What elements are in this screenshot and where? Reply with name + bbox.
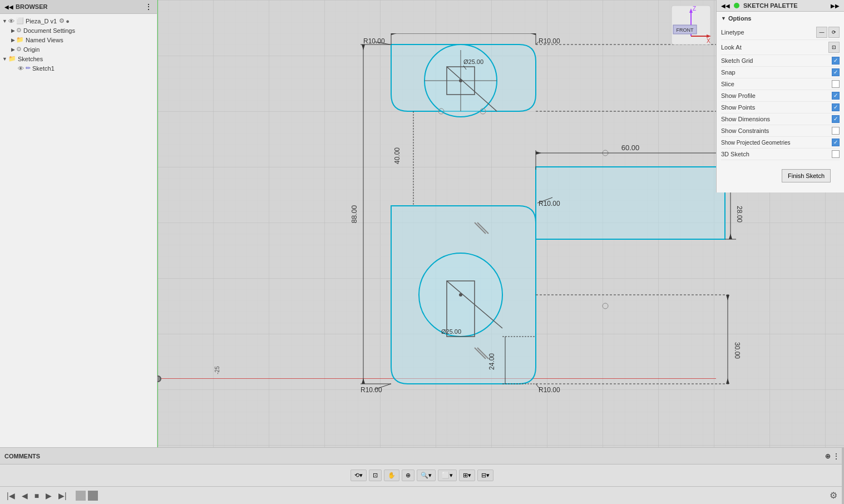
- svg-text:R10.00: R10.00: [361, 386, 382, 394]
- finish-sketch-button[interactable]: Finish Sketch: [782, 169, 831, 182]
- gear-icon-origin: ⚙: [16, 46, 22, 53]
- toolbar-snap-icon[interactable]: ⊟▾: [477, 470, 493, 481]
- option-look-at: Look At ⊡: [721, 40, 840, 55]
- comments-controls: ⊕ ⋮: [825, 452, 840, 460]
- svg-marker-53: [362, 378, 365, 384]
- svg-text:R10.00: R10.00: [363, 37, 385, 45]
- status-bar: |◀ ◀ ■ ▶ ▶| ⚙: [0, 486, 844, 504]
- comments-resize-icon[interactable]: ⋮: [833, 452, 840, 460]
- show-constraints-label: Show Constraints: [721, 127, 769, 134]
- tree-item-sketches[interactable]: ▼ 📁 Sketches: [0, 54, 157, 63]
- svg-rect-2: [536, 167, 725, 239]
- expand-palette-icon[interactable]: ▶▶: [831, 3, 840, 9]
- svg-text:R10.00: R10.00: [539, 200, 560, 207]
- nav-next-button[interactable]: ▶: [43, 490, 54, 501]
- look-at-icon[interactable]: ⊡: [828, 42, 840, 53]
- linetype-dashed-icon[interactable]: ⟳: [828, 27, 840, 38]
- timeline-icon2[interactable]: [88, 491, 98, 501]
- comments-add-icon[interactable]: ⊕: [825, 452, 831, 460]
- toolbar-pan-icon[interactable]: ✋: [384, 470, 399, 481]
- nav-start-button[interactable]: |◀: [4, 490, 17, 501]
- svg-text:R10.00: R10.00: [539, 37, 560, 45]
- svg-text:28.00: 28.00: [736, 206, 743, 223]
- options-arrow: ▼: [721, 16, 726, 21]
- browser-header: ◀◀ BROWSER ⋮: [0, 0, 157, 14]
- gear-icon-doc: ⚙: [16, 27, 22, 34]
- show-profile-checkbox[interactable]: [832, 92, 840, 100]
- 3d-sketch-checkbox[interactable]: [832, 150, 840, 158]
- nav-controls: |◀ ◀ ■ ▶ ▶|: [4, 490, 98, 501]
- toolbar-grid-toggle[interactable]: ⊞▾: [459, 470, 475, 481]
- snap-checkbox[interactable]: [832, 68, 840, 76]
- browser-title: BROWSER: [16, 3, 47, 10]
- svg-marker-47: [729, 234, 732, 239]
- show-dimensions-checkbox[interactable]: [832, 115, 840, 123]
- svg-text:30.00: 30.00: [733, 342, 741, 359]
- nav-prev-button[interactable]: ◀: [19, 490, 30, 501]
- options-label: Options: [728, 15, 752, 22]
- eye-icon-sketch1[interactable]: 👁: [18, 65, 24, 72]
- slice-checkbox[interactable]: [832, 80, 840, 88]
- toolbar-orbit-icon[interactable]: ⊕: [402, 470, 414, 481]
- svg-text:24.00: 24.00: [488, 353, 496, 370]
- toolbar-fit-icon[interactable]: ⟲▾: [351, 470, 367, 481]
- toolbar-grid-icon[interactable]: ⊡: [369, 470, 382, 481]
- tree-item-doc-settings[interactable]: ▶ ⚙ Document Settings: [0, 26, 157, 35]
- sketch-grid-label: Sketch Grid: [721, 57, 753, 64]
- show-projected-checkbox[interactable]: [832, 139, 840, 146]
- option-show-profile: Show Profile: [721, 90, 840, 102]
- svg-marker-40: [536, 151, 541, 155]
- tree-item-sketch1[interactable]: 👁 ✏ Sketch1: [0, 63, 157, 73]
- options-header[interactable]: ▼ Options: [721, 15, 840, 22]
- folder-icon-named: 📁: [16, 36, 24, 43]
- svg-text:Ø25.00: Ø25.00: [441, 328, 461, 335]
- tree-item-named-views[interactable]: ▶ 📁 Named Views: [0, 35, 157, 45]
- snap-label: Snap: [721, 69, 736, 76]
- show-points-label: Show Points: [721, 104, 755, 111]
- option-slice: Slice: [721, 78, 840, 90]
- viewport: -25: [157, 0, 844, 447]
- axis-indicator: Z X FRONT: [669, 3, 713, 47]
- tree-item-origin[interactable]: ▶ ⚙ Origin: [0, 45, 157, 54]
- tree-arrow-named: ▶: [11, 37, 15, 43]
- collapse-icon[interactable]: ◀◀: [4, 4, 13, 10]
- tree-arrow-origin: ▶: [11, 47, 15, 52]
- bottom-toolbar: ⟲▾ ⊡ ✋ ⊕ 🔍▾ ⬜▾ ⊞▾ ⊟▾: [0, 464, 844, 486]
- linetype-solid-icon[interactable]: —: [816, 27, 827, 38]
- show-constraints-checkbox[interactable]: [832, 127, 840, 135]
- tree-label-sketch1: Sketch1: [32, 65, 55, 72]
- timeline-icons: [76, 491, 98, 501]
- btn-area: Finish Sketch: [721, 160, 840, 189]
- settings-icon-pieza[interactable]: ⚙: [59, 17, 65, 24]
- collapse-palette-icon[interactable]: ◀◀: [721, 3, 730, 9]
- svg-text:Ø25.00: Ø25.00: [463, 58, 483, 65]
- nav-end-button[interactable]: ▶|: [56, 490, 69, 501]
- settings-button[interactable]: ⚙: [827, 489, 840, 502]
- svg-marker-69: [726, 295, 729, 300]
- svg-text:Z: Z: [693, 6, 696, 12]
- sketch-palette-panel: ◀◀ SKETCH PALETTE ▶▶ ▼ Options Linetype …: [716, 0, 844, 192]
- lock-icon-pieza[interactable]: ●: [66, 18, 70, 24]
- linetype-controls: — ⟳: [816, 27, 840, 38]
- svg-marker-52: [362, 45, 365, 50]
- sketch-grid-checkbox[interactable]: [832, 57, 840, 65]
- palette-body: ▼ Options Linetype — ⟳ Look At ⊡: [717, 12, 844, 192]
- timeline-icon1[interactable]: [76, 491, 86, 501]
- svg-marker-70: [726, 378, 729, 384]
- show-points-checkbox[interactable]: [832, 103, 840, 111]
- show-dimensions-label: Show Dimensions: [721, 116, 770, 122]
- toolbar-zoom-icon[interactable]: 🔍▾: [417, 470, 436, 481]
- option-show-projected: Show Projected Geometries: [721, 137, 840, 149]
- tree-arrow-sketches: ▼: [2, 56, 7, 62]
- eye-icon-pieza[interactable]: 👁: [8, 18, 14, 24]
- browser-menu-icon[interactable]: ⋮: [145, 2, 152, 11]
- svg-text:R10.00: R10.00: [539, 386, 560, 394]
- tree-label-pieza: Pieza_D v1: [26, 18, 57, 24]
- dim-neg25: -25: [214, 366, 220, 374]
- slice-label: Slice: [721, 81, 734, 87]
- toolbar-display-icon[interactable]: ⬜▾: [438, 470, 457, 481]
- palette-header: ◀◀ SKETCH PALETTE ▶▶: [717, 0, 844, 12]
- option-snap: Snap: [721, 67, 840, 78]
- nav-stop-button[interactable]: ■: [32, 490, 41, 501]
- tree-item-pieza[interactable]: ▼ 👁 ⬜ Pieza_D v1 ⚙ ●: [0, 16, 157, 26]
